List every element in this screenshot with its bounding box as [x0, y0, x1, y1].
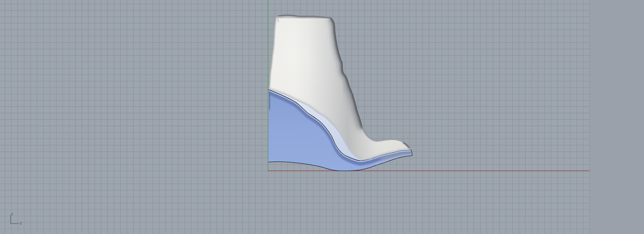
svg-text:z: z — [11, 212, 13, 216]
svg-text:y: y — [20, 221, 22, 225]
